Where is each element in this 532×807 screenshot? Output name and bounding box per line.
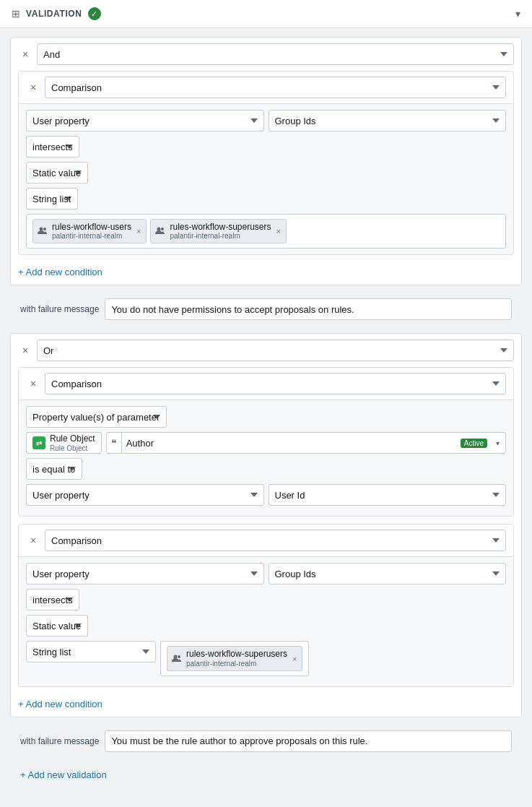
- author-select-wrapper: ❝ Author Active ▾: [106, 432, 506, 454]
- rule-object-row: ⇄ Rule Object Rule Object ❝ Author Activ…: [26, 432, 506, 454]
- content-area: × And × Comparison User pro: [0, 28, 532, 799]
- condition-row-1-2: intersects: [26, 136, 506, 157]
- condition-type-select-2-2[interactable]: Comparison: [45, 530, 506, 551]
- tag-2-1-close[interactable]: ×: [292, 655, 297, 663]
- condition-type-select-1[interactable]: Comparison: [45, 77, 506, 98]
- logic-select-2[interactable]: Or: [37, 340, 514, 361]
- property-values-select[interactable]: Property value(s) of parameter: [26, 406, 167, 428]
- is-equal-select[interactable]: is equal to: [26, 458, 82, 480]
- failure-message-row-2: with failure message: [10, 725, 522, 758]
- failure-message-row-1: with failure message: [10, 293, 522, 326]
- logic-select-1[interactable]: And: [37, 43, 514, 65]
- condition-row-1-4: String list: [26, 188, 506, 210]
- svg-point-4: [174, 655, 178, 658]
- svg-point-5: [178, 655, 180, 658]
- users-icon-2: [154, 225, 166, 237]
- top-row-2: × Or: [11, 334, 521, 367]
- rule-object-name: Rule Object: [50, 433, 95, 444]
- condition-row-2-2-3: Static value: [26, 615, 506, 636]
- tag-2-1: rules-workflow-superusers palantir-inter…: [167, 646, 302, 670]
- tag-1-2-close[interactable]: ×: [276, 227, 281, 236]
- condition-block-2-2: × Comparison User property Group Ids: [18, 524, 514, 686]
- condition-row-2-2-1: User property Group Ids: [26, 563, 506, 584]
- validation-label: VALIDATION: [26, 9, 82, 19]
- tag-1-2: rules-workflow-superusers palantir-inter…: [150, 219, 286, 243]
- condition-row-2-1-2: is equal to: [26, 458, 506, 480]
- failure-input-1[interactable]: [105, 298, 512, 320]
- rule-object-icon: ⇄: [32, 436, 45, 449]
- user-property-select-1[interactable]: User property: [26, 110, 264, 131]
- check-icon: ✓: [88, 7, 101, 20]
- users-icon-1: [37, 225, 48, 237]
- tag-1-2-sub: palantir-internal-realm: [170, 232, 271, 241]
- condition-body-2-2: User property Group Ids intersects: [19, 557, 513, 686]
- svg-point-1: [43, 228, 46, 230]
- add-condition-1[interactable]: + Add new condition: [11, 262, 521, 285]
- add-condition-2[interactable]: + Add new condition: [11, 694, 521, 717]
- failure-input-2[interactable]: [105, 730, 512, 752]
- condition-row-2-1-1: Property value(s) of parameter: [26, 406, 506, 428]
- condition-body-1: User property Group Ids intersects: [19, 104, 513, 254]
- validation-icon: ⊞: [12, 8, 20, 20]
- tag-2-1-sub: palantir-internal-realm: [186, 660, 287, 668]
- condition-close-2-2[interactable]: ×: [26, 533, 40, 548]
- active-badge: Active: [461, 439, 487, 448]
- chevron-down-icon[interactable]: ▾: [515, 8, 520, 20]
- svg-point-2: [157, 228, 161, 231]
- quote-icon: ❝: [107, 433, 122, 453]
- user-id-select[interactable]: User Id: [269, 484, 507, 506]
- validation-block-1: × And × Comparison User pro: [10, 37, 522, 285]
- failure-label-1: with failure message: [20, 304, 99, 314]
- condition-header-2-2: × Comparison: [19, 525, 513, 557]
- author-dropdown-icon[interactable]: ▾: [490, 439, 505, 447]
- rule-object-box: ⇄ Rule Object Rule Object: [26, 432, 102, 454]
- tag-1-1: rules-workflow-users palantir-internal-r…: [32, 219, 147, 243]
- condition-header-1: × Comparison: [19, 72, 513, 104]
- page-container: ⊞ VALIDATION ✓ ▾ × And × Comparison: [0, 0, 532, 799]
- user-property-select-2[interactable]: User property: [26, 484, 264, 506]
- failure-label-2: with failure message: [20, 736, 99, 746]
- tag-2-1-name: rules-workflow-superusers: [186, 649, 287, 659]
- string-list-select-1[interactable]: String list: [26, 188, 78, 210]
- intersects-select-1[interactable]: intersects: [26, 136, 79, 157]
- validation-header-left: ⊞ VALIDATION ✓: [12, 7, 101, 20]
- intersects-select-2[interactable]: intersects: [26, 589, 79, 610]
- static-value-select-2[interactable]: Static value: [26, 615, 88, 636]
- close-button-2[interactable]: ×: [18, 343, 32, 358]
- condition-close-2-1[interactable]: ×: [26, 376, 40, 391]
- group-ids-select-1[interactable]: Group Ids: [269, 110, 507, 131]
- tag-1-1-sub: palantir-internal-realm: [52, 232, 131, 241]
- top-row-1: × And: [11, 38, 521, 71]
- tag-2-1-info: rules-workflow-superusers palantir-inter…: [186, 649, 287, 668]
- tag-1-1-close[interactable]: ×: [136, 227, 141, 236]
- condition-type-select-2-1[interactable]: Comparison: [45, 373, 506, 394]
- condition-header-2-1: × Comparison: [19, 368, 513, 400]
- svg-point-0: [40, 228, 43, 231]
- tags-container-1: rules-workflow-users palantir-internal-r…: [26, 214, 506, 249]
- user-property-select-3[interactable]: User property: [26, 563, 264, 584]
- string-list-select-2[interactable]: String list: [26, 641, 156, 663]
- tag-1-2-name: rules-workflow-superusers: [170, 222, 271, 232]
- condition-row-2-2-2: intersects: [26, 589, 506, 610]
- condition-body-2-1: Property value(s) of parameter ⇄ Rule Ob…: [19, 400, 513, 516]
- tag-1-1-info: rules-workflow-users palantir-internal-r…: [52, 222, 131, 241]
- validation-header: ⊞ VALIDATION ✓ ▾: [0, 0, 532, 28]
- close-button-1[interactable]: ×: [18, 47, 32, 61]
- group-ids-select-2[interactable]: Group Ids: [269, 563, 507, 584]
- validation-block-2: × Or × Comparison Property: [10, 333, 522, 717]
- condition-block-2-1: × Comparison Property value(s) of parame…: [18, 367, 514, 517]
- condition-row-1-1: User property Group Ids: [26, 110, 506, 131]
- rule-object-sub: Rule Object: [50, 444, 95, 453]
- author-label: Author: [122, 438, 461, 449]
- users-icon-3: [171, 653, 183, 665]
- tag-1-2-info: rules-workflow-superusers palantir-inter…: [170, 222, 271, 241]
- condition-row-2-1-3: User property User Id: [26, 484, 506, 506]
- condition-block-1: × Comparison User property Group Ids: [18, 71, 514, 255]
- add-validation-button[interactable]: + Add new validation: [10, 765, 522, 790]
- condition-close-1[interactable]: ×: [26, 80, 40, 95]
- condition-row-1-3: Static value: [26, 162, 506, 184]
- static-value-select-1[interactable]: Static value: [26, 162, 88, 184]
- condition-row-2-2-4: String list: [26, 641, 506, 676]
- rule-object-info: Rule Object Rule Object: [50, 433, 95, 452]
- tag-1-1-name: rules-workflow-users: [52, 222, 131, 232]
